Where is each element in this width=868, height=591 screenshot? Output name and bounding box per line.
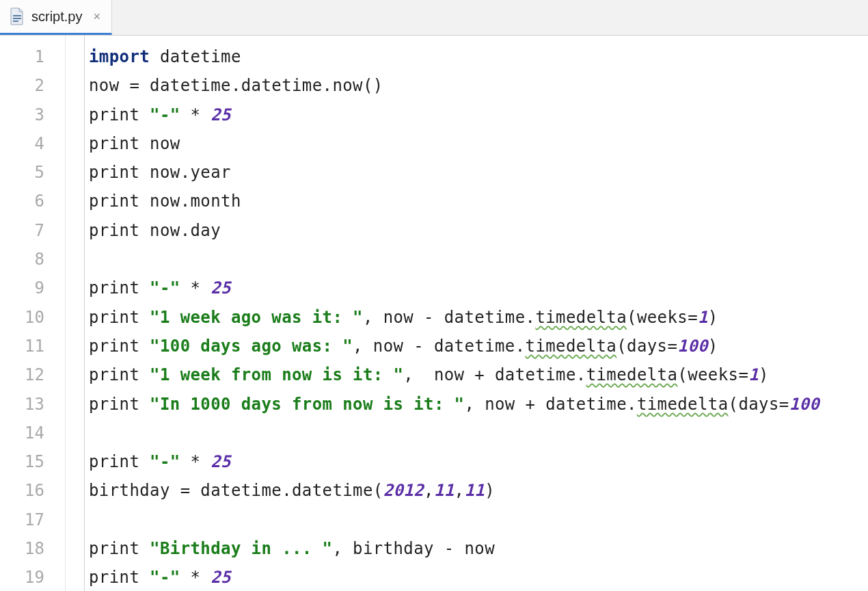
code-line[interactable]: now = datetime.datetime.now() <box>89 71 868 100</box>
code-area[interactable]: import datetimenow = datetime.datetime.n… <box>85 36 868 591</box>
line-number: 6 <box>0 187 65 215</box>
line-number-gutter: 12345678910111213141516171819 <box>0 36 66 591</box>
line-number: 17 <box>0 505 65 534</box>
line-number: 18 <box>0 534 65 563</box>
code-line[interactable]: birthday = datetime.datetime(2012,11,11) <box>89 476 868 505</box>
svg-rect-0 <box>13 15 21 16</box>
code-line[interactable]: print now <box>89 129 868 158</box>
code-line[interactable]: print "Birthday in ... ", birthday - now <box>89 534 868 563</box>
tab-bar: script.py × <box>0 0 868 36</box>
line-number: 12 <box>0 360 65 389</box>
close-icon[interactable]: × <box>93 10 100 23</box>
code-line[interactable]: print "In 1000 days from now is it: ", n… <box>89 390 868 419</box>
code-line[interactable]: print "100 days ago was: ", now - dateti… <box>89 332 868 360</box>
code-line[interactable] <box>89 419 868 447</box>
svg-rect-1 <box>13 18 21 19</box>
python-file-icon <box>10 8 25 25</box>
code-line[interactable]: print "-" * 25 <box>89 274 868 302</box>
line-number: 8 <box>0 245 65 274</box>
line-number: 5 <box>0 158 65 187</box>
code-line[interactable]: print "-" * 25 <box>89 563 868 591</box>
code-line[interactable]: import datetime <box>89 42 868 71</box>
code-line[interactable]: print now.month <box>89 187 868 215</box>
line-number: 1 <box>0 42 65 71</box>
tab-label: script.py <box>31 9 82 25</box>
line-number: 10 <box>0 303 65 332</box>
line-number: 14 <box>0 419 65 447</box>
line-number: 9 <box>0 274 65 302</box>
code-line[interactable]: print "-" * 25 <box>89 101 868 129</box>
line-number: 11 <box>0 332 65 360</box>
fold-gutter <box>66 36 85 591</box>
line-number: 3 <box>0 101 65 129</box>
code-line[interactable] <box>89 505 868 534</box>
tab-script-py[interactable]: script.py × <box>0 0 112 35</box>
line-number: 16 <box>0 476 65 505</box>
line-number: 13 <box>0 390 65 419</box>
line-number: 4 <box>0 129 65 158</box>
line-number: 19 <box>0 563 65 591</box>
code-line[interactable]: print now.day <box>89 216 868 245</box>
line-number: 15 <box>0 447 65 476</box>
line-number: 7 <box>0 216 65 245</box>
code-line[interactable]: print "-" * 25 <box>89 447 868 476</box>
code-line[interactable]: print "1 week from now is it: ", now + d… <box>89 360 868 389</box>
code-line[interactable]: print now.year <box>89 158 868 187</box>
code-line[interactable] <box>89 245 868 274</box>
svg-rect-2 <box>13 21 18 22</box>
editor: 12345678910111213141516171819 import dat… <box>0 36 868 591</box>
line-number: 2 <box>0 71 65 100</box>
code-line[interactable]: print "1 week ago was it: ", now - datet… <box>89 303 868 332</box>
